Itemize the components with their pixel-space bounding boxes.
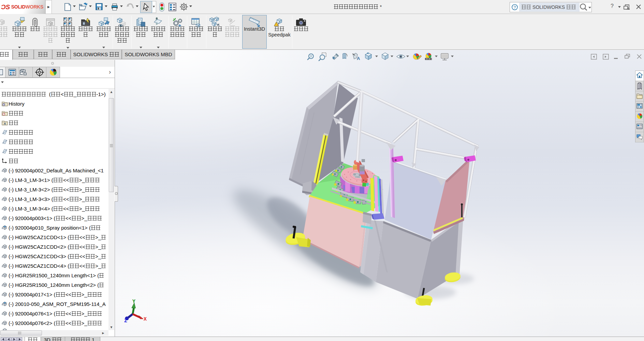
svg-text:Y: Y (132, 299, 135, 305)
svg-text:?: ? (514, 5, 516, 10)
svg-text:A: A (4, 122, 6, 125)
svg-text:!: ! (278, 22, 279, 26)
svg-text:Z: Z (124, 318, 127, 324)
svg-text:A: A (357, 56, 360, 61)
svg-text:X: X (144, 316, 147, 322)
